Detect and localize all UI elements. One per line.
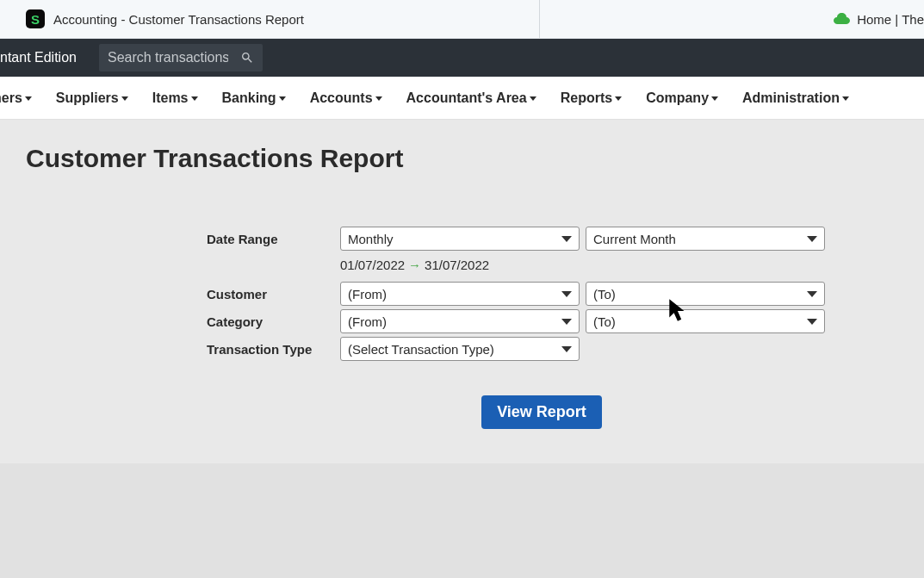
menu-label: Items <box>152 90 189 106</box>
chevron-down-icon <box>121 96 128 101</box>
select-value: (Select Transaction Type) <box>348 342 494 357</box>
report-filter-form: Date Range Monthly Current Month 01/07/2… <box>0 209 924 463</box>
select-value: (To) <box>593 314 616 329</box>
arrow-right-icon: → <box>408 258 421 272</box>
chevron-down-icon <box>25 96 32 101</box>
select-value: Monthly <box>348 232 394 246</box>
category-selects: (From) (To) <box>340 309 825 333</box>
label-transaction-type: Transaction Type <box>0 342 340 357</box>
chevron-down-icon <box>191 96 198 101</box>
customer-selects: (From) (To) <box>340 282 825 306</box>
select-value: (From) <box>348 314 387 329</box>
menu-label: Accountant's Area <box>406 90 527 106</box>
label-customer: Customer <box>0 287 340 301</box>
menu-accountants-area[interactable]: Accountant's Area <box>406 90 536 106</box>
menu-label: Accounts <box>310 90 373 106</box>
chevron-down-icon <box>561 319 572 325</box>
menu-partners[interactable]: ners <box>0 90 32 106</box>
select-category-to[interactable]: (To) <box>586 309 825 333</box>
page-header: Customer Transactions Report <box>0 120 924 209</box>
menu-label: ners <box>0 90 22 106</box>
chevron-down-icon <box>711 96 718 101</box>
menu-reports[interactable]: Reports <box>561 90 622 106</box>
divider: | <box>891 12 902 27</box>
home-link[interactable]: Home | The <box>857 12 924 27</box>
select-value: (From) <box>348 287 387 301</box>
menu-label: Banking <box>222 90 276 106</box>
row-transaction-type: Transaction Type (Select Transaction Typ… <box>0 335 924 363</box>
chevron-down-icon <box>842 96 849 101</box>
footer-space <box>0 463 924 578</box>
select-value: Current Month <box>593 232 676 246</box>
menu-administration[interactable]: Administration <box>742 90 849 106</box>
page-title: Customer Transactions Report <box>26 144 924 173</box>
select-transaction-type[interactable]: (Select Transaction Type) <box>340 337 580 361</box>
chevron-down-icon <box>807 236 817 242</box>
menu-accounts[interactable]: Accounts <box>310 90 382 106</box>
select-value: (To) <box>593 287 616 301</box>
search-icon[interactable] <box>240 51 254 65</box>
select-category-from[interactable]: (From) <box>340 309 580 333</box>
chevron-down-icon <box>375 96 382 101</box>
menu-banking[interactable]: Banking <box>222 90 286 106</box>
date-to: 31/07/2022 <box>425 258 489 272</box>
chevron-down-icon <box>561 236 572 242</box>
select-date-range-period[interactable]: Current Month <box>586 227 825 251</box>
window-title-bar: S Accounting - Customer Transactions Rep… <box>0 0 924 39</box>
secondary-navbar: ntant Edition <box>0 39 924 77</box>
label-category: Category <box>0 314 340 329</box>
chevron-down-icon <box>807 291 817 297</box>
search-input[interactable] <box>108 50 228 65</box>
app-icon: S <box>26 9 45 28</box>
window-title: Accounting - Customer Transactions Repor… <box>53 12 304 27</box>
date-from: 01/07/2022 <box>340 258 405 272</box>
date-range-selects: Monthly Current Month <box>340 227 825 251</box>
select-date-range-type[interactable]: Monthly <box>340 227 580 251</box>
menu-items[interactable]: Items <box>152 90 198 106</box>
cloud-icon <box>833 11 850 27</box>
menu-label: Administration <box>742 90 840 106</box>
chevron-down-icon <box>807 319 817 325</box>
menu-company[interactable]: Company <box>646 90 718 106</box>
row-category: Category (From) (To) <box>0 308 924 335</box>
label-date-range: Date Range <box>0 232 340 246</box>
select-customer-to[interactable]: (To) <box>586 282 825 306</box>
menu-suppliers[interactable]: Suppliers <box>56 90 128 106</box>
home-text: Home <box>857 12 891 27</box>
chevron-down-icon <box>615 96 622 101</box>
transaction-type-selects: (Select Transaction Type) <box>340 337 580 361</box>
select-customer-from[interactable]: (From) <box>340 282 580 306</box>
row-customer: Customer (From) (To) <box>0 280 924 308</box>
edition-label: ntant Edition <box>0 50 85 65</box>
view-report-button[interactable]: View Report <box>481 395 602 429</box>
chevron-down-icon <box>279 96 286 101</box>
topbar-right-panel: Home | The <box>539 0 924 38</box>
chevron-down-icon <box>561 346 572 352</box>
chevron-down-icon <box>561 291 572 297</box>
row-date-range: Date Range Monthly Current Month <box>0 225 924 252</box>
chevron-down-icon <box>530 96 536 101</box>
submit-row: View Report <box>0 395 825 429</box>
menu-label: Suppliers <box>56 90 119 106</box>
menu-label: Reports <box>561 90 612 106</box>
next-text: The <box>902 12 924 27</box>
menu-label: Company <box>646 90 709 106</box>
date-range-summary: 01/07/2022 → 31/07/2022 <box>0 252 924 280</box>
search-box[interactable] <box>99 44 263 71</box>
app-title-group: S Accounting - Customer Transactions Rep… <box>26 9 304 28</box>
main-menu-bar: ners Suppliers Items Banking Accounts Ac… <box>0 77 924 120</box>
